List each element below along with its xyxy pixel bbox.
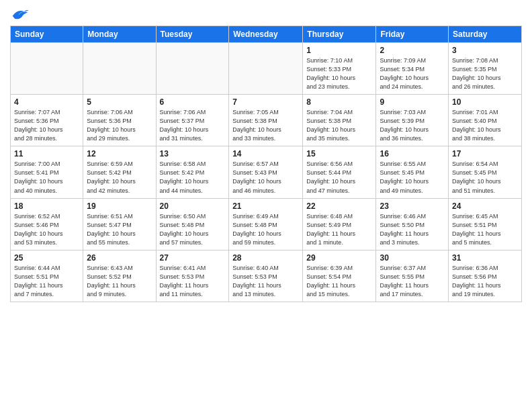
column-header-sunday: Sunday xyxy=(11,26,83,43)
date-number: 8 xyxy=(306,97,372,107)
day-info-text: Sunrise: 7:03 AM Sunset: 5:39 PM Dayligh… xyxy=(380,108,445,143)
day-info-text: Sunrise: 7:00 AM Sunset: 5:41 PM Dayligh… xyxy=(14,160,79,195)
date-number: 30 xyxy=(380,253,445,263)
date-number: 24 xyxy=(452,201,518,211)
day-info-text: Sunrise: 7:06 AM Sunset: 5:37 PM Dayligh… xyxy=(160,108,226,143)
date-number: 3 xyxy=(452,46,518,55)
day-info-text: Sunrise: 6:36 AM Sunset: 5:56 PM Dayligh… xyxy=(452,264,518,299)
calendar-cell xyxy=(83,43,156,95)
calendar-cell: 17Sunrise: 6:54 AM Sunset: 5:45 PM Dayli… xyxy=(449,146,522,198)
day-info-text: Sunrise: 6:37 AM Sunset: 5:55 PM Dayligh… xyxy=(380,264,445,299)
calendar-cell: 15Sunrise: 6:56 AM Sunset: 5:44 PM Dayli… xyxy=(303,146,376,198)
date-number: 7 xyxy=(232,97,299,107)
date-number: 5 xyxy=(87,97,152,107)
date-number: 22 xyxy=(306,201,372,211)
day-info-text: Sunrise: 6:59 AM Sunset: 5:42 PM Dayligh… xyxy=(87,160,152,195)
date-number: 9 xyxy=(380,97,445,107)
day-info-text: Sunrise: 6:56 AM Sunset: 5:44 PM Dayligh… xyxy=(306,160,372,195)
date-number: 14 xyxy=(232,149,299,158)
date-number: 2 xyxy=(380,46,445,55)
calendar-table: SundayMondayTuesdayWednesdayThursdayFrid… xyxy=(10,26,522,302)
day-info-text: Sunrise: 6:39 AM Sunset: 5:54 PM Dayligh… xyxy=(306,264,372,299)
calendar-cell xyxy=(156,43,229,95)
date-number: 29 xyxy=(306,253,372,263)
calendar-header-row: SundayMondayTuesdayWednesdayThursdayFrid… xyxy=(11,26,522,43)
calendar-week-row: 1Sunrise: 7:10 AM Sunset: 5:33 PM Daylig… xyxy=(11,43,522,95)
calendar-cell: 12Sunrise: 6:59 AM Sunset: 5:42 PM Dayli… xyxy=(83,146,156,198)
day-info-text: Sunrise: 6:45 AM Sunset: 5:51 PM Dayligh… xyxy=(452,212,518,247)
date-number: 23 xyxy=(380,201,445,211)
date-number: 1 xyxy=(306,46,372,55)
day-info-text: Sunrise: 6:46 AM Sunset: 5:50 PM Dayligh… xyxy=(380,212,445,247)
day-info-text: Sunrise: 6:41 AM Sunset: 5:53 PM Dayligh… xyxy=(160,264,226,299)
calendar-cell: 18Sunrise: 6:52 AM Sunset: 5:46 PM Dayli… xyxy=(11,198,83,250)
date-number: 20 xyxy=(160,201,226,211)
day-info-text: Sunrise: 7:08 AM Sunset: 5:35 PM Dayligh… xyxy=(452,56,518,91)
day-info-text: Sunrise: 6:50 AM Sunset: 5:48 PM Dayligh… xyxy=(160,212,226,247)
calendar-cell: 30Sunrise: 6:37 AM Sunset: 5:55 PM Dayli… xyxy=(376,250,449,302)
date-number: 26 xyxy=(87,253,152,263)
page-header xyxy=(10,7,522,21)
calendar-cell: 7Sunrise: 7:05 AM Sunset: 5:38 PM Daylig… xyxy=(229,95,303,146)
day-info-text: Sunrise: 6:43 AM Sunset: 5:52 PM Dayligh… xyxy=(87,264,152,299)
calendar-cell: 21Sunrise: 6:49 AM Sunset: 5:48 PM Dayli… xyxy=(229,198,303,250)
day-info-text: Sunrise: 6:52 AM Sunset: 5:46 PM Dayligh… xyxy=(14,212,79,247)
date-number: 12 xyxy=(87,149,152,158)
column-header-monday: Monday xyxy=(83,26,156,43)
column-header-wednesday: Wednesday xyxy=(229,26,303,43)
calendar-cell: 6Sunrise: 7:06 AM Sunset: 5:37 PM Daylig… xyxy=(156,95,229,146)
calendar-cell: 25Sunrise: 6:44 AM Sunset: 5:51 PM Dayli… xyxy=(11,250,83,302)
date-number: 25 xyxy=(14,253,79,263)
date-number: 11 xyxy=(14,149,79,158)
day-info-text: Sunrise: 6:49 AM Sunset: 5:48 PM Dayligh… xyxy=(232,212,299,247)
calendar-cell: 28Sunrise: 6:40 AM Sunset: 5:53 PM Dayli… xyxy=(229,250,303,302)
calendar-cell: 29Sunrise: 6:39 AM Sunset: 5:54 PM Dayli… xyxy=(303,250,376,302)
calendar-cell: 14Sunrise: 6:57 AM Sunset: 5:43 PM Dayli… xyxy=(229,146,303,198)
column-header-thursday: Thursday xyxy=(303,26,376,43)
calendar-cell: 2Sunrise: 7:09 AM Sunset: 5:34 PM Daylig… xyxy=(376,43,449,95)
date-number: 18 xyxy=(14,201,79,211)
day-info-text: Sunrise: 7:06 AM Sunset: 5:36 PM Dayligh… xyxy=(87,108,152,143)
column-header-tuesday: Tuesday xyxy=(156,26,229,43)
calendar-cell: 3Sunrise: 7:08 AM Sunset: 5:35 PM Daylig… xyxy=(449,43,522,95)
day-info-text: Sunrise: 6:44 AM Sunset: 5:51 PM Dayligh… xyxy=(14,264,79,299)
column-header-saturday: Saturday xyxy=(449,26,522,43)
logo-bird-icon xyxy=(10,7,29,21)
date-number: 28 xyxy=(232,253,299,263)
calendar-cell: 24Sunrise: 6:45 AM Sunset: 5:51 PM Dayli… xyxy=(449,198,522,250)
date-number: 19 xyxy=(87,201,152,211)
calendar-cell: 16Sunrise: 6:55 AM Sunset: 5:45 PM Dayli… xyxy=(376,146,449,198)
day-info-text: Sunrise: 6:48 AM Sunset: 5:49 PM Dayligh… xyxy=(306,212,372,247)
calendar-cell: 10Sunrise: 7:01 AM Sunset: 5:40 PM Dayli… xyxy=(449,95,522,146)
date-number: 16 xyxy=(380,149,445,158)
calendar-cell: 5Sunrise: 7:06 AM Sunset: 5:36 PM Daylig… xyxy=(83,95,156,146)
date-number: 13 xyxy=(160,149,226,158)
day-info-text: Sunrise: 6:51 AM Sunset: 5:47 PM Dayligh… xyxy=(87,212,152,247)
date-number: 6 xyxy=(160,97,226,107)
day-info-text: Sunrise: 7:04 AM Sunset: 5:38 PM Dayligh… xyxy=(306,108,372,143)
day-info-text: Sunrise: 6:40 AM Sunset: 5:53 PM Dayligh… xyxy=(232,264,299,299)
day-info-text: Sunrise: 6:55 AM Sunset: 5:45 PM Dayligh… xyxy=(380,160,445,195)
calendar-cell: 4Sunrise: 7:07 AM Sunset: 5:36 PM Daylig… xyxy=(11,95,83,146)
calendar-cell: 19Sunrise: 6:51 AM Sunset: 5:47 PM Dayli… xyxy=(83,198,156,250)
calendar-cell: 1Sunrise: 7:10 AM Sunset: 5:33 PM Daylig… xyxy=(303,43,376,95)
logo xyxy=(10,7,32,21)
day-info-text: Sunrise: 7:05 AM Sunset: 5:38 PM Dayligh… xyxy=(232,108,299,143)
calendar-cell: 20Sunrise: 6:50 AM Sunset: 5:48 PM Dayli… xyxy=(156,198,229,250)
calendar-cell: 9Sunrise: 7:03 AM Sunset: 5:39 PM Daylig… xyxy=(376,95,449,146)
column-header-friday: Friday xyxy=(376,26,449,43)
calendar-cell: 27Sunrise: 6:41 AM Sunset: 5:53 PM Dayli… xyxy=(156,250,229,302)
day-info-text: Sunrise: 6:54 AM Sunset: 5:45 PM Dayligh… xyxy=(452,160,518,195)
calendar-week-row: 18Sunrise: 6:52 AM Sunset: 5:46 PM Dayli… xyxy=(11,198,522,250)
day-info-text: Sunrise: 6:58 AM Sunset: 5:42 PM Dayligh… xyxy=(160,160,226,195)
day-info-text: Sunrise: 7:01 AM Sunset: 5:40 PM Dayligh… xyxy=(452,108,518,143)
calendar-week-row: 11Sunrise: 7:00 AM Sunset: 5:41 PM Dayli… xyxy=(11,146,522,198)
date-number: 15 xyxy=(306,149,372,158)
calendar-week-row: 4Sunrise: 7:07 AM Sunset: 5:36 PM Daylig… xyxy=(11,95,522,146)
calendar-cell xyxy=(229,43,303,95)
date-number: 21 xyxy=(232,201,299,211)
calendar-cell: 11Sunrise: 7:00 AM Sunset: 5:41 PM Dayli… xyxy=(11,146,83,198)
calendar-cell xyxy=(11,43,83,95)
date-number: 17 xyxy=(452,149,518,158)
day-info-text: Sunrise: 7:10 AM Sunset: 5:33 PM Dayligh… xyxy=(306,56,372,91)
